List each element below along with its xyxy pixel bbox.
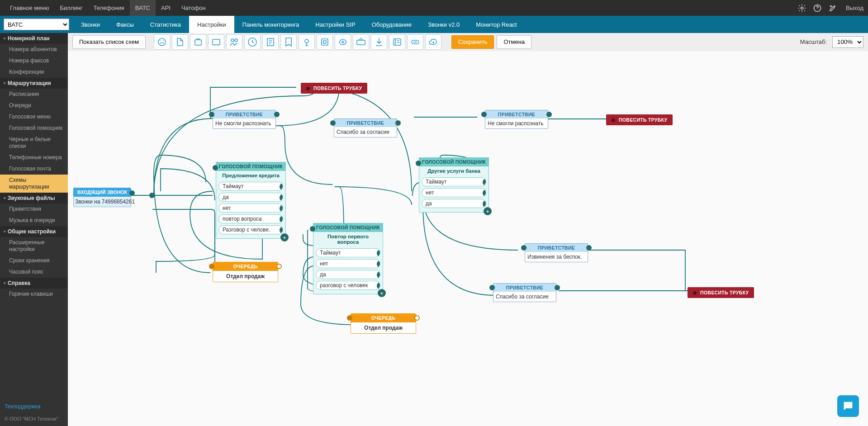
assist-option[interactable]: нет <box>218 204 283 213</box>
svg-point-5 <box>231 39 234 42</box>
toolbar-icon-button[interactable] <box>407 34 423 50</box>
toolbar-icon-button[interactable] <box>317 34 333 50</box>
sidebar-item[interactable]: Музыка в очереди <box>0 215 68 226</box>
toolbar-icon-button[interactable] <box>262 34 279 50</box>
toolbar-icon-button[interactable] <box>299 34 315 50</box>
assist-option[interactable]: нет <box>316 259 380 268</box>
sidebar-item[interactable]: Номера факсов <box>0 55 68 66</box>
cancel-button[interactable]: Отмена <box>497 35 531 49</box>
node-hangup[interactable]: ПОВЕСИТЬ ТРУБКУ <box>606 114 673 125</box>
assist-option[interactable]: да <box>316 270 380 279</box>
node-body: Звонки на 74996854261 <box>73 197 131 207</box>
sidebar-item[interactable]: Горячие клавиши <box>0 289 68 300</box>
top-menu-item[interactable]: API <box>156 0 176 16</box>
add-option-button[interactable]: + <box>378 289 386 297</box>
sidebar-item[interactable]: Сроки хранения <box>0 255 68 266</box>
toolbar-icon-button[interactable] <box>208 34 224 50</box>
assist-option[interactable]: ТаймаутT <box>316 248 380 257</box>
assist-option[interactable]: разговор с человек <box>316 281 380 290</box>
assist-option[interactable]: ТаймаутT <box>422 177 486 186</box>
node-voice-assistant[interactable]: ГОЛОСОВОЙ ПОМОЩНИК Предложение кредита Т… <box>216 162 286 239</box>
node-greeting[interactable]: ПРИВЕТСТВИЕ Спасибо за согласие <box>493 283 556 302</box>
toolbar-icon-button[interactable] <box>244 34 261 50</box>
toolbar-icon-button[interactable] <box>353 34 369 50</box>
ribbon-tab[interactable]: Оборудование <box>364 16 420 33</box>
node-hangup[interactable]: ПОВЕСИТЬ ТРУБКУ <box>688 287 754 298</box>
sidebar-item[interactable]: Голосовая почта <box>0 163 68 175</box>
assist-option[interactable]: нет <box>422 188 486 197</box>
toolbar-icon-button[interactable] <box>425 34 441 50</box>
sidebar-item[interactable]: Схемы маршрутизации <box>0 175 68 193</box>
node-greeting[interactable]: ПРИВЕТСТВИЕ Не смогли распознать <box>485 110 548 129</box>
ribbon-tab[interactable]: Панель мониторинга <box>234 16 308 33</box>
sidebar-item[interactable]: Голосовой помощник <box>0 123 68 134</box>
toolbar-icon-button[interactable] <box>335 34 351 50</box>
svg-point-9 <box>305 39 308 43</box>
assist-option[interactable]: Разговор с челове. <box>218 225 283 234</box>
ribbon-tab[interactable]: Монитор React <box>468 16 525 33</box>
add-option-button[interactable]: + <box>484 207 492 215</box>
sidebar-item[interactable]: Приветствия <box>0 204 68 215</box>
sidebar-item[interactable]: Расписания <box>0 89 68 100</box>
sidebar-group-header[interactable]: Маршрутизация <box>0 78 68 89</box>
node-hangup[interactable]: ПОВЕСИТЬ ТРУБКУ <box>301 83 367 94</box>
node-queue[interactable]: ОЧЕРЕДЬ Отдел продаж <box>213 262 278 282</box>
add-option-button[interactable]: + <box>280 233 289 241</box>
sidebar-item[interactable]: Расширенные настройки <box>0 237 68 255</box>
node-greeting[interactable]: ПРИВЕТСТВИЕ Спасибо за согласие <box>334 118 397 137</box>
sidebar-group-header[interactable]: Звуковые файлы <box>0 193 68 204</box>
anchor-dot[interactable] <box>149 193 155 198</box>
top-menu-item[interactable]: Главное меню <box>5 0 54 16</box>
sidebar: › Номерной планНомера абонентовНомера фа… <box>0 33 68 426</box>
tools-icon[interactable] <box>827 2 839 14</box>
sidebar-item[interactable]: Конференции <box>0 66 68 78</box>
sidebar-item[interactable]: Телефонные номера <box>0 152 68 163</box>
toolbar-icon-button[interactable] <box>190 34 206 50</box>
gear-icon[interactable] <box>796 2 808 14</box>
sidebar-item[interactable]: Номера абонентов <box>0 44 68 55</box>
sidebar-group-header[interactable]: Справка <box>0 278 68 289</box>
flow-canvas[interactable]: ПОВЕСИТЬ ТРУБКУ ПОВЕСИТЬ ТРУБКУ ПОВЕСИТЬ… <box>68 51 868 426</box>
sidebar-item[interactable]: Часовой пояс <box>0 266 68 278</box>
ribbon-tab[interactable]: Настройки <box>189 16 234 33</box>
toolbar-icon-button[interactable] <box>226 34 242 50</box>
toolbar-icon-button[interactable] <box>154 34 170 50</box>
toolbar-icon-button[interactable] <box>389 34 405 50</box>
ribbon-tab[interactable]: Факсы <box>108 16 142 33</box>
node-greeting[interactable]: ПРИВЕТСТВИЕ Извинения за беспок. <box>525 243 588 262</box>
chat-fab-button[interactable] <box>837 395 859 417</box>
node-incoming-call[interactable]: ВХОДЯЩИЙ ЗВОНОК Звонки на 74996854261 <box>73 188 131 207</box>
assist-option[interactable]: повтор вопроса <box>218 214 283 223</box>
ribbon-tab[interactable]: Статистика <box>142 16 189 33</box>
ribbon-tab[interactable]: Звонки <box>73 16 108 33</box>
top-menu-item[interactable]: Чатофон <box>176 0 211 16</box>
toolbar-icon-button[interactable] <box>172 34 188 50</box>
ribbon-tab[interactable]: Настройки SIP <box>307 16 363 33</box>
sidebar-group-header[interactable]: Общие настройки <box>0 226 68 237</box>
node-voice-assistant[interactable]: ГОЛОСОВОЙ ПОМОЩНИК Повтор первого вопрос… <box>313 223 383 294</box>
toolbar-icon-button[interactable] <box>280 34 297 50</box>
assist-option[interactable]: ТаймаутT <box>218 182 283 191</box>
sidebar-item[interactable]: Очереди <box>0 100 68 111</box>
assist-option[interactable]: да <box>218 193 283 202</box>
top-menu-item[interactable]: Телефония <box>88 0 130 16</box>
vats-select[interactable]: ВАТС <box>4 19 69 30</box>
sidebar-group-header[interactable]: Номерной план <box>0 33 68 44</box>
node-queue[interactable]: ОЧЕРЕДЬ Отдел продаж <box>351 313 416 334</box>
sidebar-item[interactable]: Голосовое меню <box>0 111 68 123</box>
assist-option[interactable]: да <box>422 199 486 208</box>
support-link[interactable]: Техподдержка <box>5 403 41 410</box>
ribbon-tab[interactable]: Звонки v2.0 <box>420 16 468 33</box>
top-menu-item[interactable]: ВАТС <box>130 0 156 16</box>
toolbar-icon-button[interactable] <box>371 34 387 50</box>
node-voice-assistant[interactable]: ГОЛОСОВОЙ ПОМОЩНИК Другие услуги банка Т… <box>419 157 489 213</box>
connection-wires <box>68 51 868 426</box>
help-icon[interactable] <box>811 2 823 14</box>
logout-link[interactable]: Выход <box>846 5 863 11</box>
show-schemes-button[interactable]: Показать список схем <box>72 35 146 49</box>
scale-select[interactable]: 100% <box>832 36 863 48</box>
top-menu-item[interactable]: Биллинг <box>54 0 88 16</box>
save-button[interactable]: Сохранить <box>451 35 494 49</box>
node-greeting[interactable]: ПРИВЕТСТВИЕ Не смогли распознать <box>213 110 276 129</box>
sidebar-item[interactable]: Черные и белые списки <box>0 134 68 152</box>
